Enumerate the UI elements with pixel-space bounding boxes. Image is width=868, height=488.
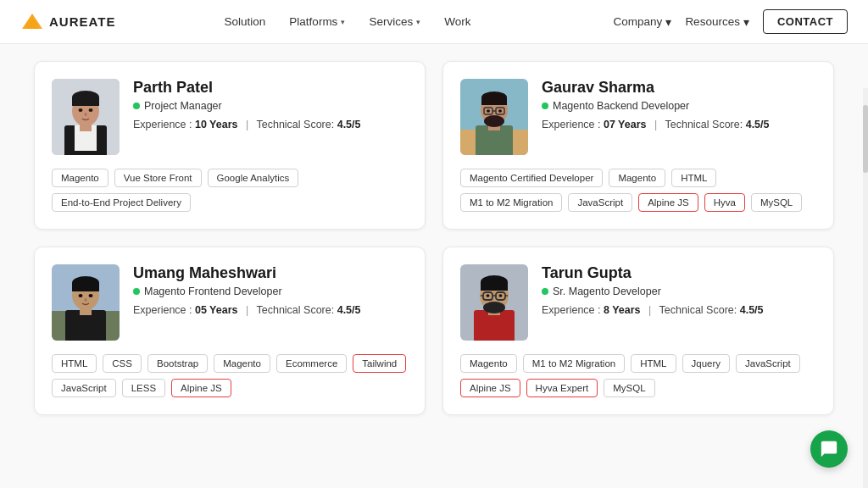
card-parth-header: Parth Patel Project Manager Experience :… bbox=[52, 79, 408, 155]
svg-point-49 bbox=[499, 294, 503, 297]
tag-highlighted[interactable]: Alpine JS bbox=[171, 379, 231, 397]
tag[interactable]: Magento bbox=[460, 354, 517, 373]
svg-point-12 bbox=[85, 113, 87, 116]
tag[interactable]: HTML bbox=[52, 354, 97, 373]
tag[interactable]: End-to-End Project Delivery bbox=[52, 193, 191, 212]
tag[interactable]: M1 to M2 Migration bbox=[523, 354, 625, 373]
card-parth-exp: Experience : 10 Years | Technical Score:… bbox=[133, 119, 408, 130]
card-parth: Parth Patel Project Manager Experience :… bbox=[34, 61, 426, 230]
svg-point-25 bbox=[498, 109, 502, 113]
card-umang-role: Magento Frontend Developer bbox=[133, 286, 408, 297]
tag[interactable]: Ecommerce bbox=[276, 354, 347, 373]
tag[interactable]: LESS bbox=[122, 379, 165, 397]
tag[interactable]: JavaScript bbox=[52, 379, 116, 397]
svg-point-20 bbox=[484, 115, 504, 127]
chevron-down-icon: ▾ bbox=[743, 15, 749, 29]
svg-point-10 bbox=[79, 108, 83, 112]
avatar bbox=[52, 264, 120, 341]
card-gaurav: Gaurav Sharma Magento Backend Developer … bbox=[442, 61, 834, 230]
card-parth-name: Parth Patel bbox=[133, 79, 408, 97]
tag-highlighted[interactable]: Hyva Expert bbox=[526, 379, 598, 397]
svg-rect-19 bbox=[481, 97, 507, 105]
logo-icon bbox=[20, 12, 44, 32]
logo-text: AUREATE bbox=[49, 14, 115, 29]
tag[interactable]: HTML bbox=[631, 354, 676, 373]
nav-right: Company ▾ Resources ▾ CONTACT bbox=[614, 9, 848, 34]
card-tarun-role: Sr. Magento Developer bbox=[542, 286, 816, 297]
tag[interactable]: Google Analytics bbox=[208, 169, 299, 187]
tag[interactable]: Magento bbox=[609, 169, 665, 187]
tag-highlighted[interactable]: Hyva bbox=[704, 193, 745, 212]
logo[interactable]: AUREATE bbox=[20, 12, 115, 32]
card-parth-role: Project Manager bbox=[133, 100, 408, 112]
svg-rect-32 bbox=[72, 283, 99, 291]
cards-grid: Parth Patel Project Manager Experience :… bbox=[0, 44, 868, 432]
card-tarun-header: Tarun Gupta Sr. Magento Developer Experi… bbox=[460, 264, 816, 341]
tag[interactable]: Vue Store Front bbox=[114, 169, 202, 187]
tag[interactable]: Magento Certified Developer bbox=[460, 169, 603, 187]
tag[interactable]: HTML bbox=[671, 169, 716, 187]
card-tarun-info: Tarun Gupta Sr. Magento Developer Experi… bbox=[542, 264, 816, 316]
nav-resources[interactable]: Resources ▾ bbox=[685, 15, 749, 29]
status-dot bbox=[542, 103, 548, 109]
tag[interactable]: Bootstrap bbox=[147, 354, 208, 373]
svg-point-48 bbox=[487, 294, 490, 297]
tag[interactable]: M1 to M2 Migration bbox=[460, 193, 562, 212]
card-tarun: Tarun Gupta Sr. Magento Developer Experi… bbox=[442, 247, 834, 415]
nav-company[interactable]: Company ▾ bbox=[614, 15, 672, 29]
card-parth-tags: Magento Vue Store Front Google Analytics… bbox=[52, 169, 408, 212]
tag-highlighted[interactable]: Alpine JS bbox=[638, 193, 698, 212]
nav-work[interactable]: Work bbox=[444, 15, 470, 28]
status-dot bbox=[542, 288, 548, 295]
card-gaurav-name: Gaurav Sharma bbox=[542, 79, 816, 97]
svg-point-33 bbox=[79, 294, 83, 297]
tag[interactable]: Magento bbox=[214, 354, 270, 373]
card-umang: Umang Maheshwari Magento Frontend Develo… bbox=[34, 247, 426, 415]
chat-fab-button[interactable] bbox=[810, 430, 848, 468]
scrollbar-thumb bbox=[863, 105, 868, 173]
avatar bbox=[52, 79, 120, 155]
nav-links: Solution Platforms ▾ Services ▾ Work bbox=[149, 15, 545, 28]
card-gaurav-role: Magento Backend Developer bbox=[542, 100, 816, 112]
tag[interactable]: CSS bbox=[103, 354, 142, 373]
svg-point-35 bbox=[85, 298, 87, 302]
nav-services[interactable]: Services ▾ bbox=[369, 15, 420, 28]
svg-point-24 bbox=[487, 109, 490, 113]
card-gaurav-info: Gaurav Sharma Magento Backend Developer … bbox=[542, 79, 816, 130]
tag[interactable]: Jquery bbox=[682, 354, 731, 373]
card-tarun-tags: Magento M1 to M2 Migration HTML Jquery J… bbox=[460, 354, 816, 397]
card-umang-tags: HTML CSS Bootstrap Magento Ecommerce Tai… bbox=[52, 354, 408, 397]
card-gaurav-tags: Magento Certified Developer Magento HTML… bbox=[460, 169, 816, 212]
tag[interactable]: Magento bbox=[52, 169, 108, 187]
navbar: AUREATE Solution Platforms ▾ Services ▾ … bbox=[0, 0, 868, 44]
svg-point-11 bbox=[89, 108, 93, 112]
nav-platforms[interactable]: Platforms ▾ bbox=[289, 15, 345, 28]
chevron-down-icon: ▾ bbox=[665, 15, 671, 29]
card-umang-header: Umang Maheshwari Magento Frontend Develo… bbox=[52, 264, 408, 341]
tag-highlighted[interactable]: Alpine JS bbox=[460, 379, 520, 397]
card-umang-exp: Experience : 05 Years | Technical Score:… bbox=[133, 304, 408, 316]
card-umang-name: Umang Maheshwari bbox=[133, 264, 408, 282]
chat-icon bbox=[820, 440, 838, 458]
card-tarun-name: Tarun Gupta bbox=[542, 264, 816, 282]
nav-solution[interactable]: Solution bbox=[225, 15, 266, 28]
tag[interactable]: MySQL bbox=[604, 379, 654, 397]
avatar bbox=[460, 79, 528, 155]
card-parth-info: Parth Patel Project Manager Experience :… bbox=[133, 79, 408, 130]
card-umang-info: Umang Maheshwari Magento Frontend Develo… bbox=[133, 264, 408, 316]
chevron-down-icon: ▾ bbox=[416, 18, 420, 26]
tag[interactable]: JavaScript bbox=[568, 193, 632, 212]
tag[interactable]: JavaScript bbox=[736, 354, 800, 373]
status-dot bbox=[133, 103, 140, 109]
contact-button[interactable]: CONTACT bbox=[763, 9, 848, 34]
card-gaurav-exp: Experience : 07 Years | Technical Score:… bbox=[542, 119, 816, 130]
svg-point-42 bbox=[483, 302, 505, 313]
tag-highlighted[interactable]: Tailwind bbox=[353, 354, 406, 373]
card-gaurav-header: Gaurav Sharma Magento Backend Developer … bbox=[460, 79, 816, 155]
svg-rect-9 bbox=[72, 97, 99, 106]
chevron-down-icon: ▾ bbox=[341, 18, 345, 26]
tag[interactable]: MySQL bbox=[751, 193, 802, 212]
scrollbar[interactable] bbox=[863, 88, 868, 488]
avatar bbox=[460, 264, 528, 341]
card-tarun-exp: Experience : 8 Years | Technical Score: … bbox=[542, 304, 816, 316]
